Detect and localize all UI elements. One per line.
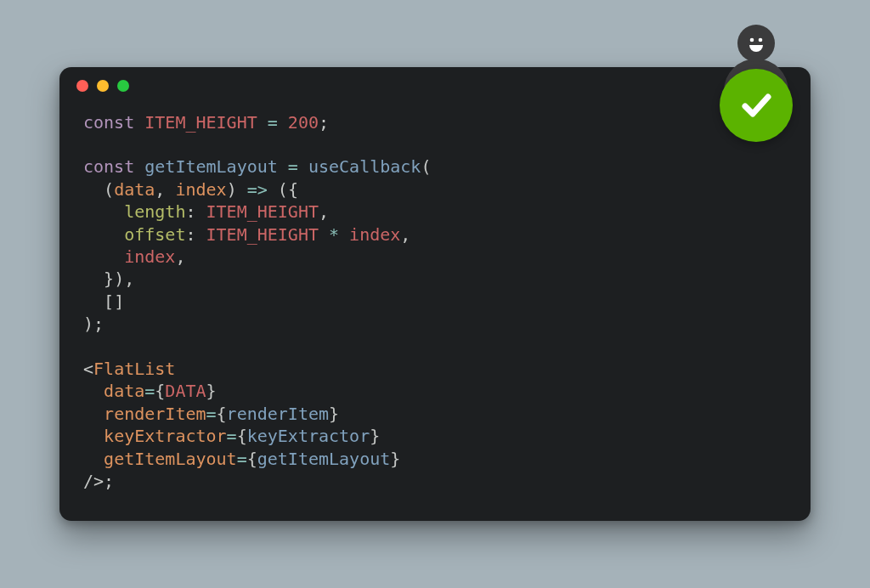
code-token bbox=[339, 224, 349, 245]
code-token: = bbox=[144, 381, 155, 401]
code-token: /> bbox=[83, 471, 104, 491]
window-minimize-button[interactable] bbox=[97, 80, 109, 92]
code-token: { bbox=[217, 404, 227, 424]
code-token: data bbox=[114, 179, 155, 200]
code-token: 200 bbox=[288, 112, 319, 133]
code-token: } bbox=[390, 449, 400, 469]
code-token: { bbox=[247, 449, 257, 469]
code-token bbox=[83, 426, 104, 446]
code-token: DATA bbox=[165, 381, 206, 401]
code-token: getItemLayout bbox=[104, 449, 237, 469]
code-token: index bbox=[175, 179, 226, 200]
code-token: ; bbox=[104, 471, 114, 491]
code-token bbox=[195, 224, 206, 245]
code-token bbox=[83, 246, 124, 267]
code-token: } bbox=[206, 381, 217, 401]
code-token bbox=[237, 179, 247, 200]
code-token: : bbox=[185, 224, 195, 245]
code-token bbox=[134, 156, 144, 177]
code-token: ITEM_HEIGHT bbox=[206, 201, 319, 222]
editor-stage: const ITEM_HEIGHT = 200; const getItemLa… bbox=[59, 67, 811, 522]
code-token: getItemLayout bbox=[144, 156, 278, 177]
window-titlebar bbox=[59, 67, 811, 105]
code-token bbox=[83, 269, 104, 289]
code-editor-window: const ITEM_HEIGHT = 200; const getItemLa… bbox=[59, 67, 811, 522]
code-token bbox=[268, 179, 278, 200]
svg-point-1 bbox=[759, 37, 763, 42]
code-token: keyExtractor bbox=[104, 426, 227, 446]
code-token: FlatList bbox=[93, 359, 175, 379]
smile-face-icon bbox=[737, 25, 775, 62]
window-zoom-button[interactable] bbox=[117, 80, 129, 92]
code-token bbox=[319, 224, 329, 245]
code-token bbox=[298, 156, 308, 177]
code-token: ); bbox=[83, 314, 104, 334]
code-token: ({ bbox=[278, 179, 298, 200]
code-token bbox=[83, 404, 104, 424]
code-token bbox=[83, 201, 124, 222]
code-token: ITEM_HEIGHT bbox=[206, 224, 319, 245]
code-token: index bbox=[124, 246, 175, 267]
code-token bbox=[134, 112, 144, 133]
code-token: ( bbox=[104, 179, 114, 200]
code-token: < bbox=[83, 359, 93, 379]
code-token bbox=[83, 291, 104, 312]
avatar-badge-group bbox=[714, 25, 799, 152]
code-token: ITEM_HEIGHT bbox=[144, 112, 257, 133]
code-token: ( bbox=[421, 156, 431, 177]
code-token bbox=[83, 179, 104, 200]
svg-point-0 bbox=[750, 37, 754, 42]
code-token bbox=[278, 156, 288, 177]
code-token: = bbox=[237, 449, 247, 469]
code-token: getItemLayout bbox=[257, 449, 391, 469]
code-token bbox=[83, 449, 104, 469]
code-token: ; bbox=[319, 112, 329, 133]
code-token: , bbox=[400, 224, 410, 245]
code-token bbox=[83, 224, 124, 245]
code-token: : bbox=[185, 201, 195, 222]
code-token: length bbox=[124, 201, 185, 222]
code-token bbox=[165, 179, 175, 200]
code-token: keyExtractor bbox=[247, 426, 370, 446]
code-token: const bbox=[83, 156, 134, 177]
code-token bbox=[257, 112, 268, 133]
success-checkmark-icon bbox=[720, 69, 793, 142]
code-content: const ITEM_HEIGHT = 200; const getItemLa… bbox=[59, 105, 811, 501]
code-token: offset bbox=[124, 224, 185, 245]
code-token: } bbox=[370, 426, 380, 446]
code-token: [] bbox=[104, 291, 124, 312]
code-token: { bbox=[237, 426, 247, 446]
code-token: renderItem bbox=[227, 404, 329, 424]
code-token bbox=[195, 201, 206, 222]
code-token: index bbox=[349, 224, 400, 245]
code-token bbox=[83, 381, 104, 401]
code-token: , bbox=[319, 201, 329, 222]
code-token: = bbox=[288, 156, 298, 177]
code-token: renderItem bbox=[104, 404, 206, 424]
code-token: ) bbox=[227, 179, 237, 200]
window-close-button[interactable] bbox=[76, 80, 88, 92]
code-token: } bbox=[329, 404, 339, 424]
code-token: , bbox=[175, 246, 185, 267]
code-token: useCallback bbox=[308, 156, 421, 177]
code-token: = bbox=[206, 404, 217, 424]
code-token: = bbox=[268, 112, 278, 133]
code-token bbox=[278, 112, 288, 133]
code-token: { bbox=[155, 381, 165, 401]
code-token: , bbox=[155, 179, 165, 200]
code-token: = bbox=[227, 426, 237, 446]
code-token: data bbox=[104, 381, 144, 401]
code-token: const bbox=[83, 112, 134, 133]
code-token: }), bbox=[104, 269, 134, 289]
code-token: => bbox=[247, 179, 268, 200]
code-token: * bbox=[329, 224, 339, 245]
